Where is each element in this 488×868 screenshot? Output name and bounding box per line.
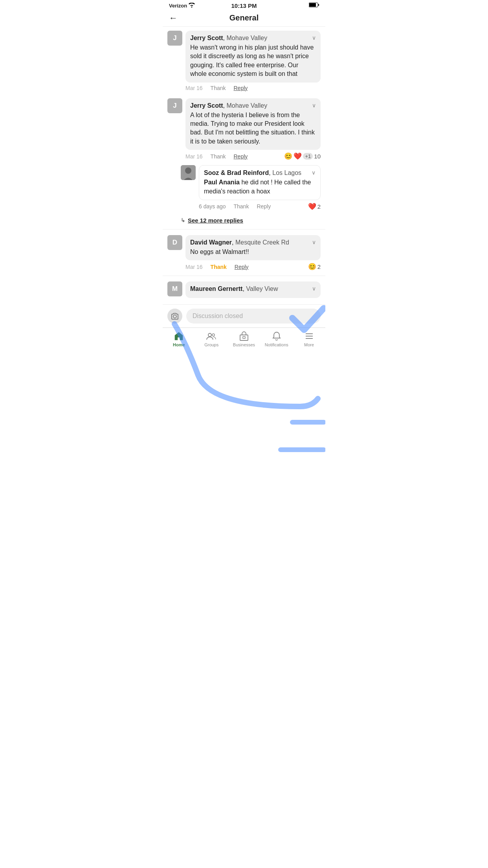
comment-date: Mar 16 [185, 153, 203, 160]
reaction-count: 2 [317, 263, 321, 270]
author-comma: , [242, 285, 246, 292]
reply-button[interactable]: Reply [235, 264, 249, 270]
comment-author: Jerry Scott, Mohave Valley [190, 102, 267, 109]
nested-comment: Sooz & Brad Reinford, Los Lagos ∨ Paul A… [181, 165, 321, 214]
reaction-plus: +1 [303, 153, 313, 160]
comment-header: Maureen Gernertt, Valley View ∨ [190, 285, 316, 292]
svg-rect-8 [240, 335, 248, 340]
comment-bubble: Maureen Gernertt, Valley View ∨ [185, 281, 321, 298]
reply-arrow-icon: ↳ [181, 217, 185, 223]
businesses-icon [239, 331, 249, 341]
nested-comment-actions: 6 days ago Thank Reply ❤️ 2 [181, 200, 321, 214]
comment-item: M Maureen Gernertt, Valley View ∨ [163, 278, 325, 300]
comment-text: He wasn't wrong in his plan just should … [190, 43, 316, 79]
reaction-emoji-smile: 😊 [308, 263, 316, 271]
groups-icon [206, 331, 216, 341]
chevron-down-icon[interactable]: ∨ [312, 239, 316, 245]
nav-businesses[interactable]: Businesses [228, 328, 261, 351]
avatar [181, 165, 196, 180]
app-header: ← General [163, 10, 325, 27]
reactions-area: 😊 ❤️ +1 10 [284, 152, 321, 160]
author-name: Sooz & Brad Reinford [204, 169, 269, 176]
comment-text: No eggs at Walmart!! [190, 248, 316, 256]
home-icon [174, 331, 184, 341]
comment-actions: Mar 16 Thank Reply [163, 83, 325, 94]
comment-author: Maureen Gernertt, Valley View [190, 285, 278, 292]
reaction-emoji-heart: ❤️ [308, 202, 316, 211]
comment-actions: Mar 16 Thank Reply 😊 ❤️ +1 10 [163, 150, 325, 164]
input-bar: Discussion closed [163, 304, 325, 327]
comment-header: Jerry Scott, Mohave Valley ∨ [190, 102, 316, 109]
bottom-nav: Home Groups Businesses Notifi [163, 327, 325, 351]
reply-button[interactable]: Reply [257, 203, 271, 210]
carrier-text: Verizon [169, 3, 187, 9]
nav-notifications[interactable]: Notifications [260, 328, 293, 351]
comment-header: Sooz & Brad Reinford, Los Lagos ∨ [204, 169, 316, 177]
comment-item: D David Wagner, Mesquite Creek Rd ∨ No e… [163, 231, 325, 260]
chevron-down-icon[interactable]: ∨ [312, 35, 316, 41]
thank-button[interactable]: Thank [211, 85, 226, 91]
comment-text: A lot of the hysteria I believe is from … [190, 111, 316, 146]
reply-button[interactable]: Reply [234, 153, 248, 160]
camera-button[interactable] [167, 309, 182, 324]
svg-rect-1 [309, 3, 316, 7]
author-location: Valley View [246, 285, 278, 292]
status-time: 10:13 PM [231, 2, 257, 9]
author-comma: , [232, 239, 235, 246]
chevron-down-icon[interactable]: ∨ [312, 102, 316, 108]
see-more-link[interactable]: See 12 more replies [188, 217, 243, 224]
thank-button[interactable]: Thank [211, 264, 227, 270]
comments-list: J Jerry Scott, Mohave Valley ∨ He wasn't… [163, 27, 325, 304]
battery-icon [309, 2, 319, 9]
svg-rect-2 [318, 4, 319, 6]
comment-header: David Wagner, Mesquite Creek Rd ∨ [190, 239, 316, 246]
svg-rect-9 [243, 337, 245, 338]
svg-point-4 [185, 167, 191, 174]
reaction-emoji-heart: ❤️ [294, 152, 302, 160]
wifi-icon [189, 3, 195, 9]
chevron-down-icon[interactable]: ∨ [312, 169, 316, 176]
divider [163, 276, 325, 276]
comment-actions: Mar 16 Thank Reply 😊 2 [163, 260, 325, 274]
discussion-closed-input: Discussion closed [186, 309, 321, 324]
nav-notifications-label: Notifications [265, 342, 288, 347]
comment-text: Paul Anania he did not ! He called the m… [204, 178, 316, 196]
author-name: Maureen Gernertt [190, 285, 242, 292]
svg-point-5 [173, 315, 176, 318]
author-name: David Wagner [190, 239, 232, 246]
thank-button[interactable]: Thank [234, 203, 249, 210]
nav-home[interactable]: Home [163, 328, 195, 351]
page-title: General [229, 13, 259, 22]
avatar: J [167, 98, 182, 113]
author-location: Mesquite Creek Rd [235, 239, 289, 246]
status-bar: Verizon 10:13 PM [163, 0, 325, 10]
author-location: Los Lagos [272, 169, 301, 176]
reaction-count: 2 [317, 203, 321, 210]
author-comma: , [269, 169, 272, 176]
reactions-area: ❤️ 2 [308, 202, 321, 211]
author-location: Mohave Valley [226, 35, 267, 41]
comment-date: 6 days ago [199, 203, 226, 210]
nav-groups[interactable]: Groups [195, 328, 228, 351]
comment-bubble: Jerry Scott, Mohave Valley ∨ He wasn't w… [185, 31, 321, 83]
comment-bubble: Sooz & Brad Reinford, Los Lagos ∨ Paul A… [199, 165, 321, 200]
reply-button[interactable]: Reply [234, 85, 248, 91]
thank-button[interactable]: Thank [211, 153, 226, 160]
see-more-replies[interactable]: ↳ See 12 more replies [181, 214, 321, 228]
nav-businesses-label: Businesses [233, 342, 255, 347]
more-icon [304, 331, 314, 341]
nav-groups-label: Groups [204, 342, 218, 347]
avatar: M [167, 281, 182, 296]
bold-mention: Paul Anania [204, 179, 240, 186]
divider [163, 229, 325, 230]
back-button[interactable]: ← [169, 13, 178, 23]
comment-author: David Wagner, Mesquite Creek Rd [190, 239, 289, 246]
avatar: D [167, 235, 182, 250]
author-name: Jerry Scott [190, 102, 223, 109]
author-location: Mohave Valley [226, 102, 267, 109]
reactions-area: 😊 2 [308, 263, 321, 271]
nav-more[interactable]: More [293, 328, 325, 351]
reaction-count: 10 [314, 153, 321, 160]
svg-point-6 [208, 333, 211, 337]
chevron-down-icon[interactable]: ∨ [312, 285, 316, 292]
